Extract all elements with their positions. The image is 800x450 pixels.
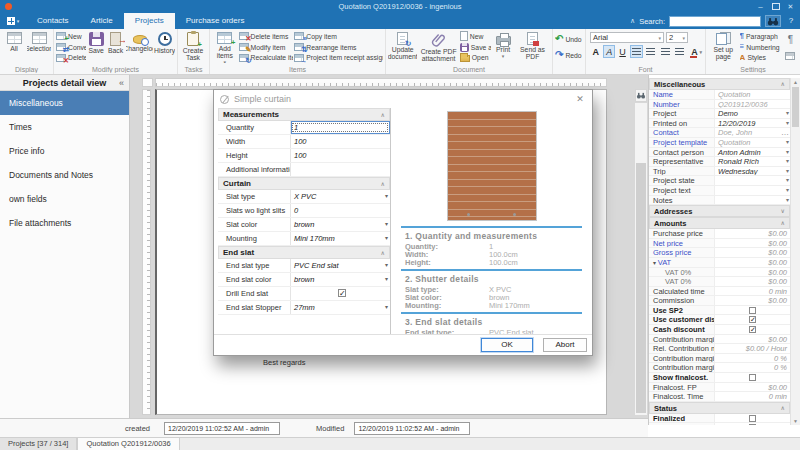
- align-left-button[interactable]: [630, 45, 642, 58]
- dialog-header[interactable]: Simple curtain: [214, 90, 592, 108]
- add-items-button[interactable]: + Add items ▾: [212, 31, 238, 63]
- property-row[interactable]: Net price $0.00: [649, 239, 790, 249]
- field-value[interactable]: 100: [290, 135, 390, 148]
- property-value[interactable]: 0 %: [715, 354, 790, 363]
- numbering-button[interactable]: ≡Numbering: [740, 42, 782, 53]
- property-row[interactable]: Finalized: [649, 414, 790, 424]
- property-value[interactable]: Quotation: [715, 90, 790, 99]
- property-row[interactable]: Name Quotation: [649, 90, 790, 100]
- recalculate-item-button[interactable]: ↻Recalculate item: [239, 52, 294, 63]
- property-row[interactable]: Contact person Anton Admin: [649, 148, 790, 158]
- scrollbar-thumb[interactable]: [636, 163, 646, 413]
- property-row[interactable]: Project Demo: [649, 109, 790, 119]
- maximize-button[interactable]: [768, 0, 783, 13]
- form-section-header[interactable]: Measurements: [218, 108, 390, 121]
- form-row[interactable]: Drill End slat: [218, 287, 390, 301]
- grid-view-button[interactable]: [785, 52, 795, 60]
- sidebar-item[interactable]: own fields: [0, 187, 129, 211]
- section-header[interactable]: Addresses: [649, 205, 790, 217]
- chevron-down-icon[interactable]: [786, 176, 789, 185]
- property-value[interactable]: Q201912/0036: [715, 100, 790, 109]
- checkbox[interactable]: [749, 374, 756, 381]
- property-row[interactable]: Contribution margin $0.00: [649, 335, 790, 345]
- property-value[interactable]: $0.00: [715, 258, 790, 267]
- property-row[interactable]: Archived: [649, 423, 790, 425]
- help-button[interactable]: ?: [785, 15, 797, 27]
- new-document-button[interactable]: New: [460, 31, 491, 42]
- section-header[interactable]: Status: [649, 402, 790, 414]
- sidebar-item[interactable]: File attachments: [0, 211, 129, 235]
- chevron-down-icon[interactable]: [385, 232, 388, 245]
- update-document-button[interactable]: ↻ Update document: [388, 31, 417, 63]
- modified-value-field[interactable]: 12/20/2019 11:02:52 AM - admin: [354, 422, 470, 435]
- open-button[interactable]: Open: [460, 52, 491, 63]
- ellipsis-button[interactable]: [781, 128, 789, 137]
- checkbox[interactable]: [338, 289, 346, 297]
- new-button[interactable]: +New: [56, 31, 86, 42]
- checkbox[interactable]: [749, 415, 756, 422]
- create-task-button[interactable]: + Create Task: [180, 31, 206, 63]
- property-row[interactable]: Finalcost. FP $0.00: [649, 383, 790, 393]
- save-as-button[interactable]: Save as: [460, 42, 491, 53]
- property-value[interactable]: 0 min: [715, 392, 790, 401]
- ribbon-tab[interactable]: Article: [80, 13, 124, 29]
- property-value[interactable]: Doe, John: [715, 128, 790, 137]
- paragraph-button[interactable]: ¶Paragraph: [740, 31, 782, 42]
- property-value[interactable]: [715, 176, 790, 185]
- property-value[interactable]: Quotation: [715, 138, 790, 147]
- copy-item-button[interactable]: »Copy item: [294, 31, 383, 42]
- property-row[interactable]: VAT 0% $0.00: [649, 268, 790, 278]
- chevron-down-icon[interactable]: [385, 273, 388, 286]
- chevron-down-icon[interactable]: [385, 218, 388, 231]
- property-value[interactable]: $0.00 / Hour: [715, 344, 790, 353]
- scroll-up-icon[interactable]: ▲: [791, 78, 800, 86]
- underline-button[interactable]: U: [617, 45, 628, 58]
- property-row[interactable]: VAT 0% $0.00: [649, 277, 790, 287]
- ok-button[interactable]: OK: [481, 338, 533, 352]
- receipt-assignment-button[interactable]: →Project item receipt assignment: [294, 52, 383, 63]
- document-find-button[interactable]: [635, 89, 647, 102]
- dialog-close-icon[interactable]: [574, 94, 586, 104]
- scroll-down-icon[interactable]: ▼: [791, 417, 800, 425]
- property-value[interactable]: $0.00: [715, 335, 790, 344]
- close-button[interactable]: [783, 0, 798, 13]
- form-section-header[interactable]: End slat: [218, 246, 390, 259]
- history-button[interactable]: History: [154, 31, 175, 63]
- all-button[interactable]: All: [2, 31, 26, 63]
- collapse-ribbon-icon[interactable]: ∧: [630, 17, 635, 25]
- property-row[interactable]: Use customer disco...: [649, 315, 790, 325]
- find-button[interactable]: [765, 15, 781, 27]
- checkbox[interactable]: [749, 316, 756, 323]
- field-value[interactable]: [290, 163, 390, 176]
- status-tab[interactable]: Projects [37 / 314]: [0, 438, 77, 450]
- form-row[interactable]: Width 100: [218, 135, 390, 149]
- property-row[interactable]: Project state: [649, 176, 790, 186]
- undo-button[interactable]: ↶Undo: [555, 34, 583, 45]
- delete-button[interactable]: ✕Delete: [56, 52, 86, 63]
- convert-button[interactable]: ⇄Convert: [56, 42, 86, 53]
- form-row[interactable]: Height 100: [218, 149, 390, 163]
- form-row[interactable]: Additional information: [218, 163, 390, 177]
- property-value[interactable]: $0.00: [715, 296, 790, 305]
- sidebar-item[interactable]: Times: [0, 115, 129, 139]
- print-button[interactable]: Print ▾: [492, 31, 514, 63]
- ribbon-tab[interactable]: Contacts: [26, 13, 80, 29]
- chevron-down-icon[interactable]: [786, 109, 789, 118]
- property-row[interactable]: Gross price $0.00: [649, 248, 790, 258]
- field-value[interactable]: PVC End slat: [290, 259, 390, 272]
- chevron-down-icon[interactable]: [786, 167, 789, 176]
- changelog-button[interactable]: Changelog: [126, 31, 153, 63]
- property-value[interactable]: Ronald Rich: [715, 157, 790, 166]
- field-value[interactable]: [290, 287, 390, 300]
- property-value[interactable]: 0 %: [715, 363, 790, 372]
- property-row[interactable]: Calculated time 0 min: [649, 287, 790, 297]
- font-color-button[interactable]: A▾: [688, 45, 701, 58]
- property-value[interactable]: [715, 186, 790, 195]
- property-row[interactable]: Contribution margin .. 0 %: [649, 354, 790, 364]
- ribbon-tab[interactable]: Purchase orders: [175, 13, 256, 29]
- font-family-select[interactable]: Arial▾: [590, 32, 664, 43]
- app-menu-button[interactable]: ▾: [0, 13, 26, 29]
- property-row[interactable]: Purchase price $0.00: [649, 229, 790, 239]
- search-input[interactable]: [669, 16, 761, 27]
- form-row[interactable]: Quantity 1: [218, 121, 390, 135]
